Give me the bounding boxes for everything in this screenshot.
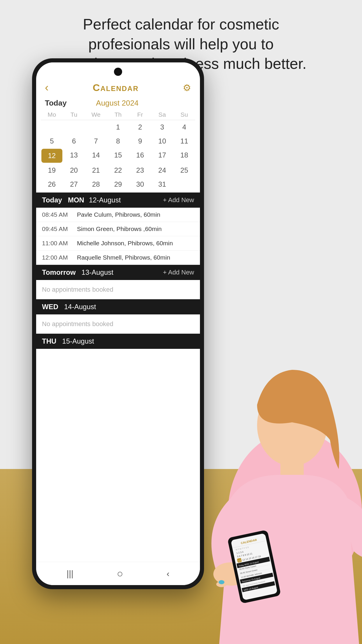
appt-detail-4: Raquelle Shmell, Phibrows, 60min: [77, 254, 170, 261]
cal-day-15[interactable]: 15: [107, 148, 129, 163]
sched-thu-label: THU: [42, 337, 56, 345]
cal-day[interactable]: [63, 120, 85, 134]
settings-icon[interactable]: ⚙: [183, 82, 191, 93]
appt-time-4: 12:00 AM: [42, 254, 77, 261]
appt-detail-2: Simon Green, Phibrows ,60min: [77, 225, 162, 232]
nav-home-icon[interactable]: ○: [117, 568, 123, 580]
appt-time-3: 11:00 AM: [42, 240, 77, 247]
cal-day-23[interactable]: 23: [129, 163, 151, 177]
cal-day-27[interactable]: 27: [63, 177, 85, 191]
appt-row-1: 08:45 AM Pavle Culum, Phibrows, 60min: [36, 208, 200, 222]
day-header-th: Th: [107, 111, 129, 118]
sched-add-today[interactable]: + Add New: [163, 196, 194, 204]
cal-day-16[interactable]: 16: [129, 148, 151, 163]
svg-point-5: [219, 580, 224, 584]
cal-day[interactable]: [85, 120, 107, 134]
sched-day-mon: MON: [68, 196, 84, 204]
cal-day-13[interactable]: 13: [63, 148, 85, 163]
appt-detail-3: Michelle Johnson, Phibrows, 60min: [77, 240, 173, 247]
day-header-su: Su: [173, 111, 195, 118]
sched-date-12aug: 12-August: [89, 196, 121, 204]
cal-day-29[interactable]: 29: [107, 177, 129, 191]
day-header-fr: Fr: [129, 111, 151, 118]
sched-wed-label: WED: [42, 303, 58, 311]
nav-recent-icon[interactable]: |||: [66, 569, 73, 579]
cal-day-20[interactable]: 20: [63, 163, 85, 177]
day-header-we: We: [85, 111, 107, 118]
cal-day-26[interactable]: 26: [41, 177, 63, 191]
cal-day-28[interactable]: 28: [85, 177, 107, 191]
cal-day-empty[interactable]: [173, 177, 195, 191]
sched-add-tomorrow[interactable]: + Add New: [163, 269, 194, 276]
back-button[interactable]: ‹: [45, 81, 49, 94]
cal-week-5: 26 27 28 29 30 31: [41, 177, 195, 191]
app-title: Calendar: [93, 82, 139, 93]
schedule-header-tomorrow: Tomorrow 13-August + Add New: [36, 265, 200, 280]
month-label: August 2024: [67, 99, 168, 108]
cal-day-12-selected[interactable]: 12: [41, 149, 62, 163]
cal-day-14[interactable]: 14: [85, 148, 107, 163]
day-header-tu: Tu: [63, 111, 85, 118]
appt-row-2: 09:45 AM Simon Green, Phibrows ,60min: [36, 222, 200, 236]
cal-day-2[interactable]: 2: [129, 120, 151, 134]
day-header-mo: Mo: [41, 111, 63, 118]
cal-week-2: 5 6 7 8 9 10 11: [41, 134, 195, 148]
cal-week-1: 1 2 3 4: [41, 120, 195, 134]
cal-week-3: 12 13 14 15 16 17 18: [41, 148, 195, 163]
today-label: Today: [45, 99, 67, 108]
cal-day-24[interactable]: 24: [151, 163, 173, 177]
calendar-grid: Mo Tu We Th Fr Sa Su 1 2: [36, 109, 200, 191]
month-row: Today August 2024: [36, 97, 200, 109]
cal-week-4: 19 20 21 22 23 24 25: [41, 163, 195, 177]
cal-day-5[interactable]: 5: [41, 134, 63, 148]
cal-day-22[interactable]: 22: [107, 163, 129, 177]
day-header-sa: Sa: [151, 111, 173, 118]
sched-date-14aug: 14-August: [64, 303, 96, 311]
cal-day-18[interactable]: 18: [173, 148, 195, 163]
cal-day-30[interactable]: 30: [129, 177, 151, 191]
cal-day-3[interactable]: 3: [151, 120, 173, 134]
cal-day-4[interactable]: 4: [173, 120, 195, 134]
appt-row-3: 11:00 AM Michelle Johnson, Phibrows, 60m…: [36, 236, 200, 251]
sched-tomorrow-label: Tomorrow: [42, 268, 76, 276]
cal-day-19[interactable]: 19: [41, 163, 63, 177]
cal-day-10[interactable]: 10: [151, 134, 173, 148]
appt-time-1: 08:45 AM: [42, 211, 77, 218]
cal-day-31[interactable]: 31: [151, 177, 173, 191]
cal-day-8[interactable]: 8: [107, 134, 129, 148]
sched-today-label: Today: [42, 196, 62, 204]
appt-detail-1: Pavle Culum, Phibrows, 60min: [77, 211, 160, 218]
cal-day-25[interactable]: 25: [173, 163, 195, 177]
tagline-line2: profesionals will help you to: [88, 36, 274, 52]
calendar-weeks: 1 2 3 4 5 6 7 8 9 10 11: [41, 120, 195, 191]
sched-date-15aug: 15-August: [62, 337, 94, 345]
day-headers: Mo Tu We Th Fr Sa Su: [41, 109, 195, 120]
cal-day-9[interactable]: 9: [129, 134, 151, 148]
sched-date-13aug: 13-August: [82, 268, 113, 276]
schedule-header-today: Today MON 12-August + Add New: [36, 192, 200, 208]
cal-day-17[interactable]: 17: [151, 148, 173, 163]
cal-day[interactable]: [41, 120, 63, 134]
tagline-line1: Perfect calendar for cosmetic: [83, 16, 279, 33]
cal-day-6[interactable]: 6: [63, 134, 85, 148]
person-figure: CALENDAR M T W T F S S 1 2 3 4 5 6 7 8 9…: [143, 294, 362, 644]
cal-day-1[interactable]: 1: [107, 120, 129, 134]
appt-time-2: 09:45 AM: [42, 225, 77, 232]
cal-day-11[interactable]: 11: [173, 134, 195, 148]
appt-row-4: 12:00 AM Raquelle Shmell, Phibrows, 60mi…: [36, 251, 200, 265]
cal-day-7[interactable]: 7: [85, 134, 107, 148]
camera-dot: [114, 68, 122, 76]
cal-day-21[interactable]: 21: [85, 163, 107, 177]
